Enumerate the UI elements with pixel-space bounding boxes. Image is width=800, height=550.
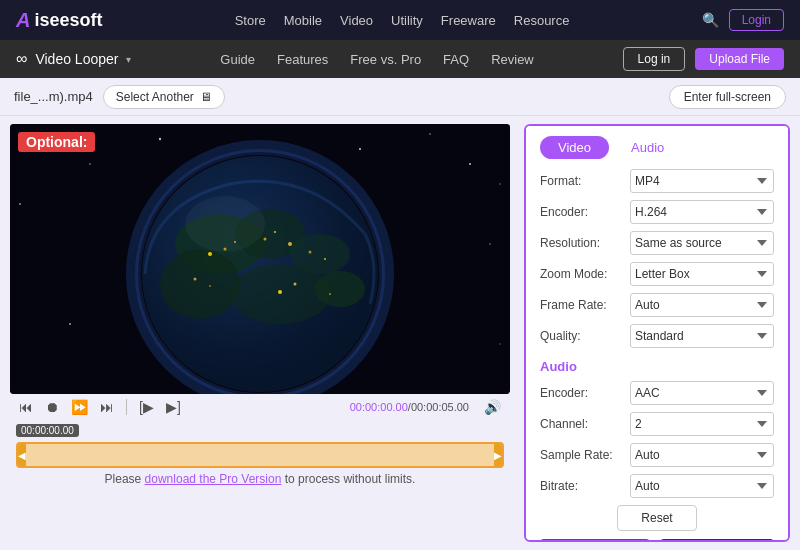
svg-point-5 [359,148,361,150]
second-nav-links: Guide Features Free vs. Pro FAQ Review [220,52,533,67]
zoom-mode-label: Zoom Mode: [540,267,630,281]
file-name: file_...m).mp4 [14,89,93,104]
resolution-label: Resolution: [540,236,630,250]
zoom-mode-select[interactable]: Letter Box [630,262,774,286]
bitrate-row: Bitrate: Auto [540,474,774,498]
video-looper-label: Video Looper [35,51,118,67]
channel-label: Channel: [540,417,630,431]
svg-point-34 [278,290,282,294]
format-select[interactable]: MP4 [630,169,774,193]
tab-audio[interactable]: Audio [613,136,682,159]
timeline-time-label: 00:00:00.00 [16,424,79,437]
footer-buttons: Cancel Confirm [540,539,774,542]
svg-point-37 [185,196,265,252]
channel-select[interactable]: 2 [630,412,774,436]
forward-step-button[interactable]: ⏩ [68,398,91,416]
login-button-top[interactable]: Login [729,9,784,31]
timeline-track[interactable]: ◀ ▶ [16,442,504,468]
volume-button[interactable]: 🔊 [481,398,504,416]
monitor-icon: 🖥 [200,90,212,104]
settings-panel: Video Audio Format: MP4 Encoder: H.264 [524,124,790,542]
video-settings-section: Format: MP4 Encoder: H.264 Resolution: S… [540,169,774,355]
nav-guide[interactable]: Guide [220,52,255,67]
frame-rate-select[interactable]: Auto [630,293,774,317]
select-another-button[interactable]: Select Another 🖥 [103,85,225,109]
loop-icon: ∞ [16,50,27,68]
pro-version-link[interactable]: download the Pro Version [145,472,282,486]
logo-text: iseesoft [34,10,102,31]
zoom-mode-row: Zoom Mode: Letter Box [540,262,774,286]
loop-start-button[interactable]: [▶ [136,398,157,416]
time-current: 00:00:00.00/00:00:05.00 [350,401,469,413]
audio-encoder-row: Encoder: AAC [540,381,774,405]
bitrate-select[interactable]: Auto [630,474,774,498]
pro-notice-suffix: to process without limits. [281,472,415,486]
svg-point-12 [499,343,500,344]
nav-store[interactable]: Store [235,13,266,28]
svg-point-32 [194,278,197,281]
resolution-select[interactable]: Same as source [630,231,774,255]
logo[interactable]: A iseesoft [16,9,102,32]
timeline-left-handle[interactable]: ◀ [18,444,26,466]
play-button[interactable]: ⏺ [42,398,62,416]
nav-review[interactable]: Review [491,52,534,67]
frame-rate-row: Frame Rate: Auto [540,293,774,317]
upload-file-button[interactable]: Upload File [695,48,784,70]
svg-point-27 [264,238,267,241]
controls-separator [126,399,127,415]
svg-point-11 [69,323,71,325]
tab-video[interactable]: Video [540,136,609,159]
channel-row: Channel: 2 [540,412,774,436]
resolution-row: Resolution: Same as source [540,231,774,255]
cancel-button[interactable]: Cancel [540,539,650,542]
svg-point-30 [309,251,312,254]
sample-rate-row: Sample Rate: Auto [540,443,774,467]
file-bar-left: file_...m).mp4 Select Another 🖥 [14,85,225,109]
quality-label: Quality: [540,329,630,343]
optional-badge: Optional: [18,132,95,152]
svg-point-3 [159,138,161,140]
svg-point-8 [499,183,500,184]
sample-rate-select[interactable]: Auto [630,443,774,467]
encoder-select[interactable]: H.264 [630,200,774,224]
top-navigation: A iseesoft Store Mobile Video Utility Fr… [0,0,800,40]
sample-rate-label: Sample Rate: [540,448,630,462]
rewind-button[interactable]: ⏮ [16,398,36,416]
svg-point-28 [274,231,276,233]
loop-end-button[interactable]: ▶] [163,398,184,416]
format-label: Format: [540,174,630,188]
main-content: file_...m).mp4 Select Another 🖥 Enter fu… [0,78,800,550]
nav-free-vs-pro[interactable]: Free vs. Pro [350,52,421,67]
timeline-right-handle[interactable]: ▶ [494,444,502,466]
current-time-value: 00:00:00.00 [350,401,408,413]
nav-video[interactable]: Video [340,13,373,28]
settings-tabs: Video Audio [540,136,774,159]
audio-encoder-select[interactable]: AAC [630,381,774,405]
reset-button[interactable]: Reset [617,505,697,531]
nav-faq[interactable]: FAQ [443,52,469,67]
nav-freeware[interactable]: Freeware [441,13,496,28]
dropdown-arrow-icon[interactable]: ▾ [126,54,131,65]
search-icon[interactable]: 🔍 [702,12,719,28]
earth-visual [10,124,510,394]
settings-footer: Reset Cancel Confirm [540,505,774,542]
enter-fullscreen-button[interactable]: Enter full-screen [669,85,786,109]
login-button-second[interactable]: Log in [623,47,686,71]
quality-select[interactable]: Standard [630,324,774,348]
nav-resource[interactable]: Resource [514,13,570,28]
pro-notice-prefix: Please [105,472,145,486]
quality-row: Quality: Standard [540,324,774,348]
nav-features[interactable]: Features [277,52,328,67]
nav-utility[interactable]: Utility [391,13,423,28]
nav-mobile[interactable]: Mobile [284,13,322,28]
svg-point-7 [469,163,471,165]
fast-forward-button[interactable]: ⏭ [97,398,117,416]
video-container: Optional: [10,124,510,394]
svg-point-2 [89,163,91,165]
audio-encoder-label: Encoder: [540,386,630,400]
body-layout: Optional: [0,116,800,550]
format-row: Format: MP4 [540,169,774,193]
confirm-button[interactable]: Confirm [660,539,774,542]
file-bar: file_...m).mp4 Select Another 🖥 Enter fu… [0,78,800,116]
svg-point-21 [160,249,240,319]
